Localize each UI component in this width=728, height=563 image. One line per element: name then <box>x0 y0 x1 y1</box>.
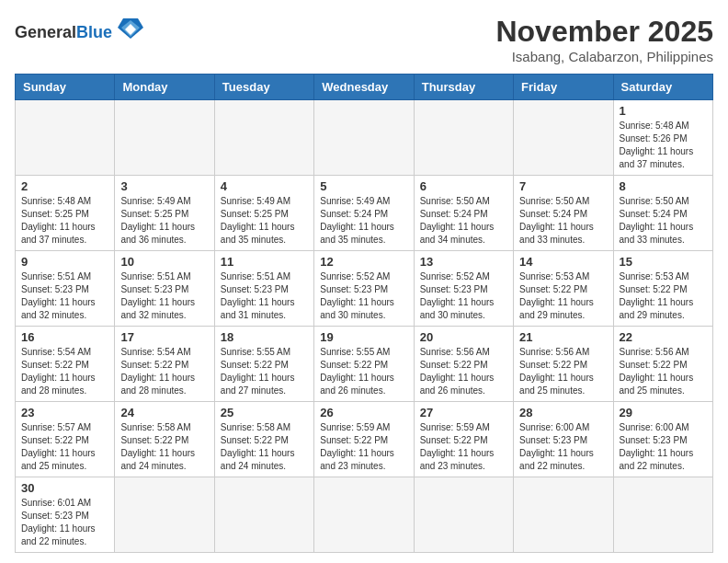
weekday-header-sunday: Sunday <box>16 75 115 100</box>
cell-info: Sunrise: 5:52 AMSunset: 5:23 PMDaylight:… <box>320 270 407 322</box>
calendar-cell: 24Sunrise: 5:58 AMSunset: 5:22 PMDayligh… <box>115 402 214 477</box>
calendar-cell <box>514 100 613 176</box>
day-number: 18 <box>221 330 308 344</box>
cell-info: Sunrise: 5:51 AMSunset: 5:23 PMDaylight:… <box>221 270 308 322</box>
calendar-cell: 20Sunrise: 5:56 AMSunset: 5:22 PMDayligh… <box>414 327 513 402</box>
day-number: 24 <box>120 406 208 419</box>
calendar-cell: 29Sunrise: 6:00 AMSunset: 5:23 PMDayligh… <box>613 402 712 477</box>
calendar-cell: 9Sunrise: 5:51 AMSunset: 5:23 PMDaylight… <box>16 251 115 327</box>
calendar-cell <box>314 100 414 176</box>
calendar-cell <box>514 477 613 553</box>
day-number: 22 <box>620 330 707 344</box>
cell-info: Sunrise: 5:57 AMSunset: 5:22 PMDaylight:… <box>21 421 108 473</box>
day-number: 2 <box>21 179 108 193</box>
calendar-week-row: 23Sunrise: 5:57 AMSunset: 5:22 PMDayligh… <box>16 402 713 477</box>
calendar-cell: 28Sunrise: 6:00 AMSunset: 5:23 PMDayligh… <box>514 402 613 477</box>
calendar-body: 1Sunrise: 5:48 AMSunset: 5:26 PMDaylight… <box>16 100 713 553</box>
cell-info: Sunrise: 5:49 AMSunset: 5:25 PMDaylight:… <box>221 195 308 247</box>
day-number: 3 <box>120 179 208 193</box>
weekday-header-thursday: Thursday <box>414 75 513 100</box>
cell-info: Sunrise: 5:58 AMSunset: 5:22 PMDaylight:… <box>120 421 208 473</box>
cell-info: Sunrise: 6:01 AMSunset: 5:23 PMDaylight:… <box>21 497 108 548</box>
calendar-cell: 1Sunrise: 5:48 AMSunset: 5:26 PMDaylight… <box>613 100 712 176</box>
logo-icon <box>116 15 145 40</box>
day-number: 10 <box>120 255 208 269</box>
day-number: 4 <box>221 179 308 193</box>
calendar-cell <box>613 477 712 553</box>
cell-info: Sunrise: 5:49 AMSunset: 5:24 PMDaylight:… <box>320 195 407 247</box>
cell-info: Sunrise: 5:56 AMSunset: 5:22 PMDaylight:… <box>620 346 707 397</box>
calendar-cell: 8Sunrise: 5:50 AMSunset: 5:24 PMDaylight… <box>613 176 712 251</box>
title-area: November 2025 Isabang, Calabarzon, Phili… <box>495 15 713 64</box>
calendar-cell <box>314 477 414 553</box>
cell-info: Sunrise: 6:00 AMSunset: 5:23 PMDaylight:… <box>519 421 607 473</box>
page-header: General Blue November 2025 Isabang, Cala… <box>15 15 713 64</box>
cell-info: Sunrise: 5:55 AMSunset: 5:22 PMDaylight:… <box>221 346 308 397</box>
month-title: November 2025 <box>495 15 713 49</box>
calendar-cell <box>214 477 313 553</box>
cell-info: Sunrise: 5:48 AMSunset: 5:25 PMDaylight:… <box>21 195 108 247</box>
calendar-week-row: 1Sunrise: 5:48 AMSunset: 5:26 PMDaylight… <box>16 100 713 176</box>
calendar-cell: 10Sunrise: 5:51 AMSunset: 5:23 PMDayligh… <box>115 251 214 327</box>
day-number: 1 <box>620 104 707 118</box>
logo-blue-text: Blue <box>76 24 112 40</box>
calendar-cell <box>115 477 214 553</box>
day-number: 25 <box>221 406 308 419</box>
calendar-cell <box>115 100 214 176</box>
calendar-cell: 5Sunrise: 5:49 AMSunset: 5:24 PMDaylight… <box>314 176 414 251</box>
day-number: 19 <box>320 330 407 344</box>
calendar-cell <box>214 100 313 176</box>
day-number: 11 <box>221 255 308 269</box>
cell-info: Sunrise: 5:48 AMSunset: 5:26 PMDaylight:… <box>620 120 707 171</box>
day-number: 16 <box>21 330 108 344</box>
logo: General Blue <box>15 15 145 40</box>
location-title: Isabang, Calabarzon, Philippines <box>495 49 713 64</box>
cell-info: Sunrise: 5:50 AMSunset: 5:24 PMDaylight:… <box>519 195 607 247</box>
cell-info: Sunrise: 5:58 AMSunset: 5:22 PMDaylight:… <box>221 421 308 473</box>
day-number: 5 <box>320 179 407 193</box>
weekday-row: SundayMondayTuesdayWednesdayThursdayFrid… <box>16 75 713 100</box>
calendar-cell <box>414 100 513 176</box>
weekday-header-monday: Monday <box>115 75 214 100</box>
calendar-cell: 3Sunrise: 5:49 AMSunset: 5:25 PMDaylight… <box>115 176 214 251</box>
calendar-cell: 7Sunrise: 5:50 AMSunset: 5:24 PMDaylight… <box>514 176 613 251</box>
day-number: 20 <box>420 330 507 344</box>
calendar-cell: 16Sunrise: 5:54 AMSunset: 5:22 PMDayligh… <box>16 327 115 402</box>
calendar-cell: 26Sunrise: 5:59 AMSunset: 5:22 PMDayligh… <box>314 402 414 477</box>
logo-area: General Blue <box>15 15 145 40</box>
day-number: 13 <box>420 255 507 269</box>
calendar-cell: 12Sunrise: 5:52 AMSunset: 5:23 PMDayligh… <box>314 251 414 327</box>
cell-info: Sunrise: 5:56 AMSunset: 5:22 PMDaylight:… <box>519 346 607 397</box>
calendar-cell: 17Sunrise: 5:54 AMSunset: 5:22 PMDayligh… <box>115 327 214 402</box>
calendar-cell: 25Sunrise: 5:58 AMSunset: 5:22 PMDayligh… <box>214 402 313 477</box>
calendar-cell: 14Sunrise: 5:53 AMSunset: 5:22 PMDayligh… <box>514 251 613 327</box>
day-number: 28 <box>519 406 607 419</box>
calendar-cell <box>16 100 115 176</box>
calendar-cell: 23Sunrise: 5:57 AMSunset: 5:22 PMDayligh… <box>16 402 115 477</box>
day-number: 29 <box>620 406 707 419</box>
day-number: 15 <box>620 255 707 269</box>
calendar-cell: 30Sunrise: 6:01 AMSunset: 5:23 PMDayligh… <box>16 477 115 553</box>
weekday-header-saturday: Saturday <box>613 75 712 100</box>
cell-info: Sunrise: 5:49 AMSunset: 5:25 PMDaylight:… <box>120 195 208 247</box>
cell-info: Sunrise: 5:59 AMSunset: 5:22 PMDaylight:… <box>320 421 407 473</box>
calendar-week-row: 2Sunrise: 5:48 AMSunset: 5:25 PMDaylight… <box>16 176 713 251</box>
cell-info: Sunrise: 5:54 AMSunset: 5:22 PMDaylight:… <box>120 346 208 397</box>
calendar-cell: 2Sunrise: 5:48 AMSunset: 5:25 PMDaylight… <box>16 176 115 251</box>
calendar-cell: 22Sunrise: 5:56 AMSunset: 5:22 PMDayligh… <box>613 327 712 402</box>
logo-general-text: General <box>15 24 76 40</box>
day-number: 7 <box>519 179 607 193</box>
day-number: 30 <box>21 481 108 495</box>
day-number: 23 <box>21 406 108 419</box>
day-number: 8 <box>620 179 707 193</box>
cell-info: Sunrise: 5:50 AMSunset: 5:24 PMDaylight:… <box>420 195 507 247</box>
day-number: 6 <box>420 179 507 193</box>
weekday-header-tuesday: Tuesday <box>214 75 313 100</box>
calendar-cell: 18Sunrise: 5:55 AMSunset: 5:22 PMDayligh… <box>214 327 313 402</box>
day-number: 17 <box>120 330 208 344</box>
weekday-header-wednesday: Wednesday <box>314 75 414 100</box>
calendar-cell: 19Sunrise: 5:55 AMSunset: 5:22 PMDayligh… <box>314 327 414 402</box>
calendar-cell: 27Sunrise: 5:59 AMSunset: 5:22 PMDayligh… <box>414 402 513 477</box>
cell-info: Sunrise: 6:00 AMSunset: 5:23 PMDaylight:… <box>620 421 707 473</box>
day-number: 27 <box>420 406 507 419</box>
